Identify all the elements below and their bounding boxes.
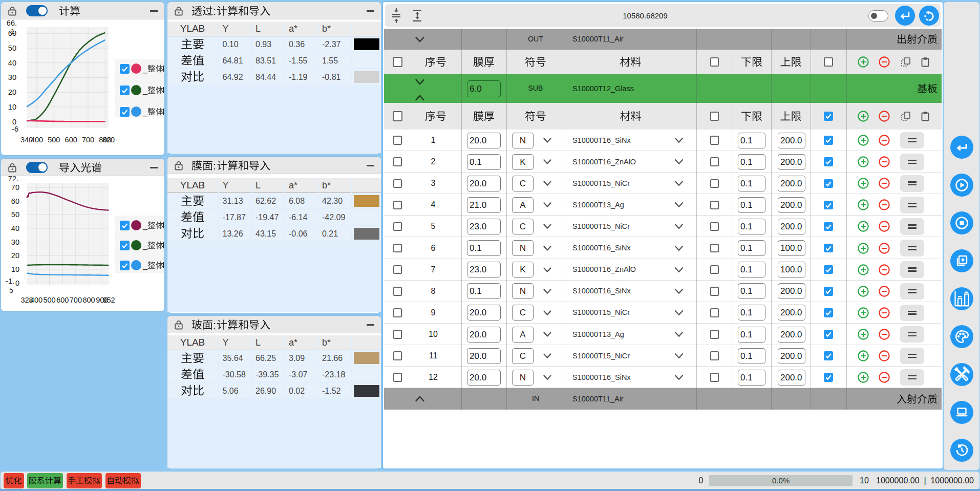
svg-text:_: _ xyxy=(142,65,148,74)
svg-text::: : xyxy=(213,319,216,331)
svg-text::: : xyxy=(213,160,216,172)
svg-text:_: _ xyxy=(142,261,148,270)
svg-text::: : xyxy=(213,5,216,17)
svg-text:_: _ xyxy=(142,86,148,95)
svg-text:_: _ xyxy=(142,108,148,117)
svg-text:_: _ xyxy=(142,241,148,250)
svg-text:_: _ xyxy=(142,221,148,230)
